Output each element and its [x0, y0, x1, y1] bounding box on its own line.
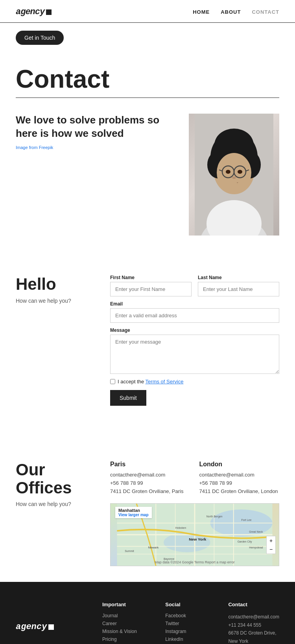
contact-form: First Name Last Name Email Message I acc… [110, 275, 279, 406]
terms-checkbox[interactable] [110, 379, 115, 384]
svg-text:Great Neck: Great Neck [249, 530, 263, 533]
last-name-group: Last Name [198, 275, 279, 296]
offices-section: Our Offices How can we help you? Paris c… [0, 437, 295, 582]
footer-important-links: Journal Career Mission & Vision Pricing … [102, 613, 149, 644]
offices-right: Paris contacthere@email.com +56 788 78 9… [110, 461, 279, 566]
map-label: Manhattan View larger map [115, 507, 152, 518]
footer-link-journal[interactable]: Journal [102, 613, 149, 618]
form-section: Hello How can we help you? First Name La… [0, 251, 295, 437]
form-subheading: How can we help you? [16, 298, 87, 304]
footer-logo-icon [48, 624, 54, 630]
name-row: First Name Last Name [110, 275, 279, 296]
svg-point-16 [238, 170, 242, 174]
svg-text:Hoboken: Hoboken [175, 527, 186, 530]
message-label: Message [110, 328, 279, 333]
get-in-touch-button[interactable]: Get in Touch [16, 31, 64, 45]
message-input[interactable] [110, 335, 279, 374]
footer-contact: Contact contacthere@email.com +11 234 44… [228, 602, 279, 644]
footer-contact-info: contacthere@email.com +11 234 44 555 667… [228, 613, 279, 644]
email-group: Email [110, 301, 279, 323]
hero-section: We love to solve problems so here is how… [0, 98, 295, 251]
svg-text:Fort Lee: Fort Lee [242, 519, 252, 522]
hero-image-placeholder [189, 114, 279, 236]
map-bg: New York Newark Summit Fort Lee North Be… [111, 504, 279, 566]
nav-about[interactable]: ABOUT [221, 9, 241, 15]
footer-twitter[interactable]: Twitter [165, 621, 212, 626]
paris-office: Paris contacthere@email.com +56 788 78 9… [110, 461, 183, 495]
offices-sub: How can we help you? [16, 501, 87, 507]
svg-point-17 [232, 177, 236, 179]
footer-logo: agency [16, 602, 87, 644]
page-title: Contact [16, 64, 279, 94]
nav-contact[interactable]: CONTACT [252, 9, 279, 15]
footer-important: Important Journal Career Mission & Visio… [102, 602, 149, 644]
nav-home[interactable]: HOME [193, 9, 210, 15]
terms-link[interactable]: Terms of Service [146, 379, 184, 385]
svg-point-15 [226, 170, 230, 174]
london-office: London contacthere@email.com +56 788 78 … [199, 461, 278, 495]
zoom-in-button[interactable]: + [267, 536, 275, 545]
map-zoom-controls: + − [266, 536, 276, 554]
navbar: agency HOME ABOUT CONTACT [0, 0, 295, 23]
offices-cities: Paris contacthere@email.com +56 788 78 9… [110, 461, 279, 495]
contact-heading: Contact [0, 49, 295, 94]
submit-button[interactable]: Submit [110, 390, 146, 406]
logo[interactable]: agency [16, 7, 52, 17]
nav-links: HOME ABOUT CONTACT [193, 9, 279, 15]
terms-text: I accept the Terms of Service [118, 379, 183, 385]
zoom-out-button[interactable]: − [267, 545, 275, 554]
form-left: Hello How can we help you? [16, 275, 87, 304]
hero-image [189, 114, 279, 236]
svg-text:North Bergen: North Bergen [206, 515, 223, 518]
offices-left: Our Offices How can we help you? [16, 461, 87, 507]
footer-linkedin[interactable]: LinkedIn [165, 637, 212, 642]
hero-text: We love to solve problems so here is how… [16, 114, 173, 150]
footer-important-heading: Important [102, 602, 149, 607]
person-svg [195, 114, 273, 236]
email-input[interactable] [110, 308, 279, 323]
footer-social-links: Facebook Twitter Instagram LinkedIn Gith… [165, 613, 212, 644]
last-name-input[interactable] [198, 282, 279, 296]
footer-top: agency Important Journal Career Mission … [16, 602, 279, 644]
hero-heading: We love to solve problems so here is how… [16, 114, 173, 140]
footer: agency Important Journal Career Mission … [0, 582, 295, 644]
london-info: contacthere@email.com +56 788 78 99 7411… [199, 471, 278, 495]
freepik-link[interactable]: Freepik [39, 145, 53, 150]
map-container[interactable]: New York Newark Summit Fort Lee North Be… [110, 503, 279, 566]
svg-text:Summit: Summit [125, 550, 134, 553]
last-name-label: Last Name [198, 275, 279, 280]
paris-info: contacthere@email.com +56 788 78 99 7411… [110, 471, 183, 495]
email-label: Email [110, 301, 279, 307]
svg-text:Newark: Newark [148, 546, 159, 549]
footer-facebook[interactable]: Facebook [165, 613, 212, 618]
logo-icon [46, 9, 52, 15]
footer-social-heading: Social [165, 602, 212, 607]
form-heading: Hello [16, 275, 87, 294]
first-name-input[interactable] [110, 282, 192, 296]
view-larger-map[interactable]: View larger map [118, 513, 149, 517]
map-footer: Map data ©2024 Google Terms Report a map… [111, 560, 279, 564]
footer-contact-heading: Contact [228, 602, 279, 607]
terms-row: I accept the Terms of Service [110, 379, 279, 385]
footer-link-mission[interactable]: Mission & Vision [102, 629, 149, 634]
paris-city: Paris [110, 461, 183, 468]
first-name-group: First Name [110, 275, 192, 296]
london-city: London [199, 461, 278, 468]
svg-text:Garden City: Garden City [238, 540, 252, 543]
logo-text: agency [16, 7, 44, 17]
message-group: Message [110, 328, 279, 374]
footer-link-pricing[interactable]: Pricing [102, 637, 149, 642]
cta-wrap: Get in Touch [0, 23, 295, 49]
footer-link-career[interactable]: Career [102, 621, 149, 626]
footer-instagram[interactable]: Instagram [165, 629, 212, 634]
first-name-label: First Name [110, 275, 192, 280]
svg-text:New York: New York [189, 537, 206, 541]
offices-heading: Our Offices [16, 461, 87, 497]
footer-social: Social Facebook Twitter Instagram Linked… [165, 602, 212, 644]
svg-point-18 [225, 182, 239, 191]
svg-text:Hempstead: Hempstead [249, 546, 263, 549]
image-credit: Image from Freepik [16, 145, 173, 150]
